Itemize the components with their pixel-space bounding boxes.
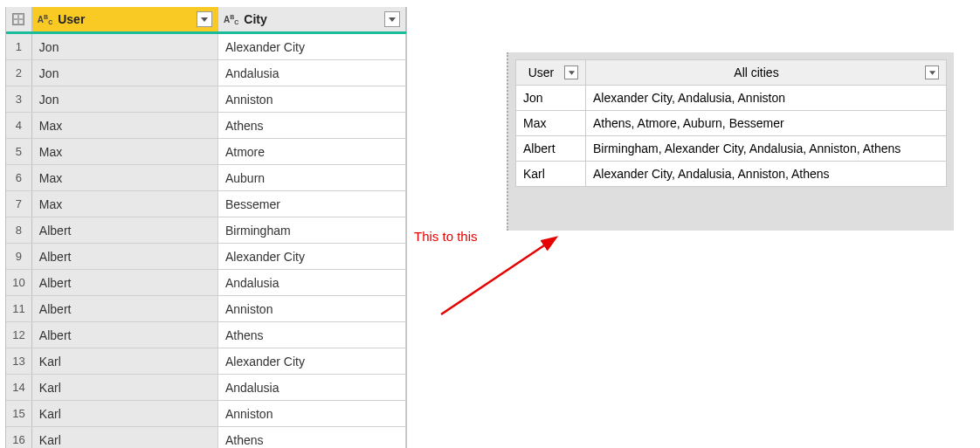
table-row[interactable]: 7MaxBessemer: [6, 191, 406, 217]
table-row[interactable]: 9AlbertAlexander City: [6, 244, 406, 270]
cell-user[interactable]: Albert: [32, 296, 218, 321]
cell-city[interactable]: Bessemer: [218, 191, 406, 217]
table-row[interactable]: 2JonAndalusia: [6, 60, 406, 86]
cell-city[interactable]: Birmingham: [218, 217, 406, 243]
cell-city[interactable]: Andalusia: [218, 270, 406, 295]
cell-user[interactable]: Jon: [32, 86, 218, 112]
table-row[interactable]: 12AlbertAthens: [6, 322, 406, 348]
row-number[interactable]: 9: [6, 244, 32, 269]
table-row[interactable]: 16KarlAthens: [6, 427, 406, 448]
cell-user[interactable]: Jon: [32, 34, 218, 59]
cell-user[interactable]: Max: [516, 111, 586, 136]
cell-city[interactable]: Atmore: [218, 139, 406, 164]
table-row[interactable]: 14KarlAndalusia: [6, 375, 406, 401]
row-number[interactable]: 5: [6, 139, 32, 164]
text-type-icon: ABC: [38, 15, 52, 24]
table-row[interactable]: 5MaxAtmore: [6, 139, 406, 165]
cell-allcities[interactable]: Alexander City, Andalusia, Anniston, Ath…: [586, 162, 947, 187]
chevron-down-icon: [569, 71, 575, 75]
cell-user[interactable]: Jon: [516, 86, 586, 111]
cell-city[interactable]: Alexander City: [218, 348, 406, 374]
table-row[interactable]: 13KarlAlexander City: [6, 348, 406, 375]
cell-city[interactable]: Athens: [218, 322, 406, 348]
cell-city[interactable]: Auburn: [218, 165, 406, 190]
cell-user[interactable]: Karl: [32, 401, 218, 426]
svg-marker-5: [929, 71, 935, 74]
result-column-allcities-label: All cities: [593, 65, 920, 79]
cell-city[interactable]: Athens: [218, 113, 406, 138]
row-number[interactable]: 11: [6, 296, 32, 321]
row-number[interactable]: 12: [6, 322, 32, 348]
table-row[interactable]: 15KarlAnniston: [6, 401, 406, 427]
table-row[interactable]: JonAlexander City, Andalusia, Anniston: [516, 86, 947, 111]
row-number[interactable]: 10: [6, 270, 32, 295]
column-header-user[interactable]: ABC User: [32, 7, 218, 31]
cell-user[interactable]: Albert: [32, 322, 218, 348]
cell-user[interactable]: Max: [32, 139, 218, 164]
table-select-all-corner[interactable]: [6, 7, 32, 31]
row-number[interactable]: 4: [6, 113, 32, 138]
table-row[interactable]: 11AlbertAnniston: [6, 296, 406, 322]
table-row[interactable]: 1JonAlexander City: [6, 34, 406, 60]
result-column-header-user[interactable]: User: [516, 60, 586, 86]
row-number[interactable]: 14: [6, 375, 32, 400]
cell-city[interactable]: Alexander City: [218, 244, 406, 269]
cell-allcities[interactable]: Athens, Atmore, Auburn, Bessemer: [586, 111, 947, 136]
source-table-header: ABC User ABC City: [6, 7, 406, 34]
result-column-header-allcities[interactable]: All cities: [586, 60, 947, 86]
table-row[interactable]: 4MaxAthens: [6, 113, 406, 139]
cell-user[interactable]: Albert: [32, 244, 218, 269]
column-header-city-label: City: [244, 12, 381, 26]
table-row[interactable]: KarlAlexander City, Andalusia, Anniston,…: [516, 162, 947, 187]
table-row[interactable]: MaxAthens, Atmore, Auburn, Bessemer: [516, 111, 947, 136]
cell-user[interactable]: Karl: [516, 162, 586, 187]
cell-city[interactable]: Athens: [218, 427, 406, 448]
cell-city[interactable]: Anniston: [218, 401, 406, 426]
row-number[interactable]: 2: [6, 60, 32, 86]
cell-user[interactable]: Karl: [32, 427, 218, 448]
table-icon: [12, 13, 24, 25]
row-number[interactable]: 16: [6, 427, 32, 448]
table-row[interactable]: 6MaxAuburn: [6, 165, 406, 191]
result-user-filter-button[interactable]: [564, 65, 578, 79]
source-table-body: 1JonAlexander City2JonAndalusia3JonAnnis…: [6, 34, 406, 448]
row-number[interactable]: 13: [6, 348, 32, 374]
cell-allcities[interactable]: Birmingham, Alexander City, Andalusia, A…: [586, 136, 947, 162]
cell-city[interactable]: Anniston: [218, 86, 406, 112]
column-header-city[interactable]: ABC City: [218, 7, 406, 31]
result-allcities-filter-button[interactable]: [925, 65, 939, 79]
table-row[interactable]: 10AlbertAndalusia: [6, 270, 406, 296]
cell-user[interactable]: Max: [32, 165, 218, 190]
column-user-filter-button[interactable]: [197, 11, 212, 27]
table-row[interactable]: 3JonAnniston: [6, 86, 406, 113]
table-row[interactable]: 8AlbertBirmingham: [6, 217, 406, 244]
row-number[interactable]: 1: [6, 34, 32, 59]
cell-allcities[interactable]: Alexander City, Andalusia, Anniston: [586, 86, 947, 111]
cell-user[interactable]: Albert: [516, 136, 586, 162]
cell-user[interactable]: Albert: [32, 217, 218, 243]
row-number[interactable]: 15: [6, 401, 32, 426]
cell-user[interactable]: Max: [32, 191, 218, 217]
row-number[interactable]: 8: [6, 217, 32, 243]
row-number[interactable]: 6: [6, 165, 32, 190]
table-row[interactable]: AlbertBirmingham, Alexander City, Andalu…: [516, 136, 947, 162]
row-number[interactable]: 7: [6, 191, 32, 217]
cell-user[interactable]: Karl: [32, 375, 218, 400]
cell-city[interactable]: Anniston: [218, 296, 406, 321]
cell-user[interactable]: Karl: [32, 348, 218, 374]
column-city-filter-button[interactable]: [384, 11, 400, 27]
chevron-down-icon: [389, 17, 396, 22]
annotation-text: This to this: [414, 229, 478, 244]
cell-user[interactable]: Max: [32, 113, 218, 138]
chevron-down-icon: [201, 17, 208, 22]
result-table-body: JonAlexander City, Andalusia, AnnistonMa…: [516, 86, 947, 187]
svg-marker-1: [389, 17, 396, 22]
cell-city[interactable]: Andalusia: [218, 60, 406, 86]
cell-user[interactable]: Albert: [32, 270, 218, 295]
cell-city[interactable]: Alexander City: [218, 34, 406, 59]
text-type-icon: ABC: [224, 15, 238, 24]
column-header-user-label: User: [58, 12, 193, 26]
row-number[interactable]: 3: [6, 86, 32, 112]
cell-city[interactable]: Andalusia: [218, 375, 406, 400]
cell-user[interactable]: Jon: [32, 60, 218, 86]
